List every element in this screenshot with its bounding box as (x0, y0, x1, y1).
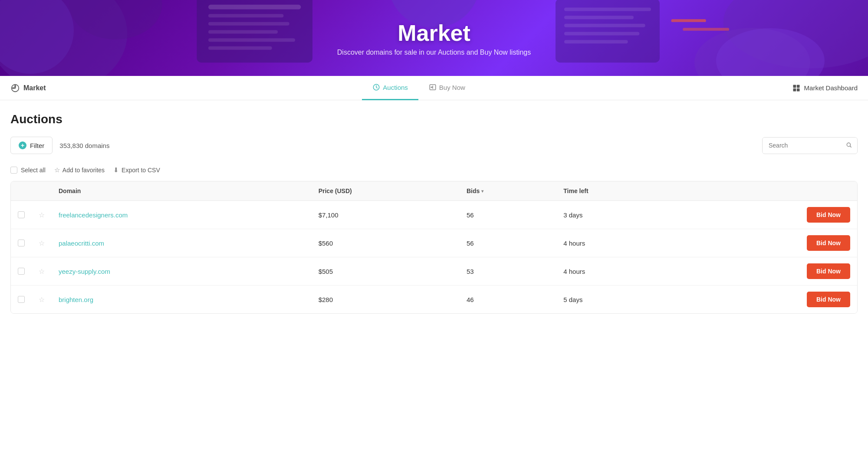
svg-rect-17 (671, 19, 706, 22)
row-checkbox-3[interactable] (18, 296, 25, 303)
bids-cell: 56 (460, 229, 556, 257)
svg-rect-11 (556, 0, 660, 62)
navbar: Market Auctions Buy Now Market Dashboar (0, 76, 868, 100)
svg-point-23 (431, 87, 432, 88)
select-all-wrap[interactable]: Select all (10, 167, 46, 174)
domain-link-2[interactable]: yeezy-supply.com (59, 268, 110, 275)
svg-point-3 (694, 28, 810, 76)
bid-now-button-1[interactable]: Bid Now (807, 235, 850, 251)
tab-auctions[interactable]: Auctions (362, 76, 418, 100)
hero-subtitle: Discover domains for sale in our Auction… (337, 49, 531, 56)
action-cell: Bid Now (678, 229, 857, 257)
row-star-3[interactable]: ☆ (39, 296, 45, 303)
domain-cell: brighten.org (52, 286, 312, 314)
svg-rect-10 (208, 46, 272, 50)
buynow-icon (429, 83, 437, 91)
star-icon: ☆ (54, 166, 60, 174)
tab-auctions-label: Auctions (383, 84, 408, 91)
bids-cell: 46 (460, 286, 556, 314)
nav-tabs: Auctions Buy Now (362, 76, 476, 100)
svg-rect-8 (208, 30, 278, 34)
row-checkbox-cell (11, 286, 32, 314)
time-cell: 4 hours (556, 229, 678, 257)
table-row: ☆ yeezy-supply.com $505 53 4 hours Bid N… (11, 257, 857, 286)
svg-point-2 (723, 0, 868, 68)
auctions-icon (372, 83, 380, 91)
row-star-2[interactable]: ☆ (39, 268, 45, 275)
bids-cell: 53 (460, 257, 556, 286)
th-bids[interactable]: Bids ▾ (460, 181, 556, 201)
row-star-1[interactable]: ☆ (39, 240, 45, 247)
table-row: ☆ brighten.org $280 46 5 days Bid Now (11, 286, 857, 314)
select-all-checkbox[interactable] (10, 167, 17, 174)
filter-button[interactable]: + Filter (10, 137, 53, 154)
price-cell: $7,100 (312, 201, 460, 229)
bid-now-button-0[interactable]: Bid Now (807, 207, 850, 223)
action-cell: Bid Now (678, 286, 857, 314)
svg-rect-13 (564, 16, 634, 19)
svg-rect-9 (208, 38, 295, 42)
svg-rect-4 (197, 0, 312, 62)
time-cell: 5 days (556, 286, 678, 314)
th-domain: Domain (52, 181, 312, 201)
row-checkbox-2[interactable] (18, 268, 25, 275)
row-star-0[interactable]: ☆ (39, 211, 45, 219)
svg-rect-6 (208, 14, 283, 17)
export-csv-label: Export to CSV (122, 167, 160, 174)
price-cell: $505 (312, 257, 460, 286)
bid-now-button-3[interactable]: Bid Now (807, 292, 850, 307)
action-bar: Select all ☆ Add to favorites ⬇ Export t… (10, 164, 858, 176)
svg-rect-25 (796, 85, 799, 88)
row-star-cell: ☆ (32, 257, 52, 286)
nav-brand[interactable]: Market (10, 83, 46, 93)
export-csv-button[interactable]: ⬇ Export to CSV (113, 166, 160, 174)
svg-rect-18 (683, 28, 729, 31)
svg-point-1 (69, 0, 162, 39)
row-checkbox-cell (11, 257, 32, 286)
svg-rect-14 (564, 24, 645, 27)
action-cell: Bid Now (678, 257, 857, 286)
search-box (762, 137, 858, 154)
th-checkbox (11, 181, 32, 201)
price-cell: $280 (312, 286, 460, 314)
row-star-cell: ☆ (32, 201, 52, 229)
svg-rect-15 (564, 32, 639, 36)
table-row: ☆ palaeocritti.com $560 56 4 hours Bid N… (11, 229, 857, 257)
time-cell: 3 days (556, 201, 678, 229)
bid-now-button-2[interactable]: Bid Now (807, 263, 850, 279)
row-checkbox-cell (11, 201, 32, 229)
domain-cell: palaeocritti.com (52, 229, 312, 257)
tab-buynow[interactable]: Buy Now (418, 76, 476, 100)
sort-bids-icon: ▾ (481, 189, 483, 194)
action-cell: Bid Now (678, 201, 857, 229)
auction-table: Domain Price (USD) Bids ▾ Time left (10, 181, 858, 314)
svg-rect-26 (793, 88, 796, 91)
time-cell: 4 hours (556, 257, 678, 286)
add-to-favorites-button[interactable]: ☆ Add to favorites (54, 166, 105, 174)
row-checkbox-0[interactable] (18, 211, 25, 218)
select-all-label: Select all (21, 167, 46, 174)
market-dashboard[interactable]: Market Dashboard (792, 84, 858, 92)
search-button[interactable] (841, 138, 857, 154)
tab-buynow-label: Buy Now (439, 84, 465, 91)
search-input[interactable] (763, 138, 841, 153)
domain-link-3[interactable]: brighten.org (59, 296, 93, 303)
market-icon (10, 83, 20, 93)
filter-row: + Filter 353,830 domains (10, 137, 858, 154)
add-to-favorites-label: Add to favorites (62, 167, 105, 174)
domain-link-1[interactable]: palaeocritti.com (59, 240, 104, 247)
filter-plus-icon: + (19, 141, 26, 149)
nav-brand-label: Market (23, 84, 46, 92)
th-action (678, 181, 857, 201)
row-star-cell: ☆ (32, 229, 52, 257)
svg-rect-24 (793, 85, 796, 88)
table-row: ☆ freelancedesigners.com $7,100 56 3 day… (11, 201, 857, 229)
page-title: Auctions (10, 112, 858, 126)
domain-link-0[interactable]: freelancedesigners.com (59, 211, 128, 219)
svg-rect-16 (564, 40, 628, 43)
row-checkbox-1[interactable] (18, 240, 25, 246)
svg-rect-27 (796, 88, 799, 91)
bids-cell: 56 (460, 201, 556, 229)
dashboard-icon (792, 84, 801, 92)
svg-rect-12 (564, 8, 651, 11)
